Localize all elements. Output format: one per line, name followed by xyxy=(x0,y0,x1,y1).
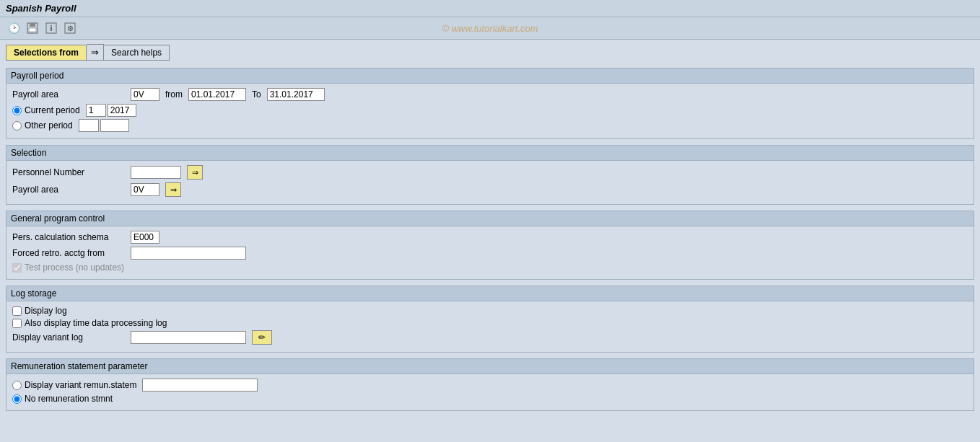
svg-text:i: i xyxy=(51,25,53,32)
personnel-number-row: Personnel Number ⇒ xyxy=(12,165,968,180)
test-process-checkbox[interactable] xyxy=(12,263,22,273)
remuneration-body: Display variant remun.statem No remunera… xyxy=(6,374,974,410)
forced-retro-label: Forced retro. acctg from xyxy=(12,248,128,258)
display-variant-remun-label: Display variant remun.statem xyxy=(25,380,136,390)
selection-body: Personnel Number ⇒ Payroll area ⇒ xyxy=(6,161,974,204)
calc-schema-row: Pers. calculation schema xyxy=(12,231,968,244)
payroll-period-section: Payroll period Payroll area from To Curr… xyxy=(6,68,974,139)
save-icon[interactable] xyxy=(25,20,40,36)
log-storage-body: Display log Also display time data proce… xyxy=(6,301,974,352)
test-process-row: Test process (no updates) xyxy=(12,262,968,273)
display-variant-remun-radio[interactable] xyxy=(12,381,22,390)
current-period-radio[interactable] xyxy=(12,106,22,115)
from-date-input[interactable] xyxy=(188,88,246,101)
clock-icon[interactable]: 🕑 xyxy=(6,20,22,36)
selection-payroll-area-row: Payroll area ⇒ xyxy=(12,182,968,197)
current-period-year-input[interactable] xyxy=(108,104,136,117)
display-variant-remun-input[interactable] xyxy=(142,379,258,392)
current-period-inputs xyxy=(86,104,136,117)
remuneration-section: Remuneration statement parameter Display… xyxy=(6,358,974,411)
main-content: Payroll period Payroll area from To Curr… xyxy=(0,65,980,420)
payroll-area-row: Payroll area from To xyxy=(12,88,968,101)
calc-schema-label: Pers. calculation schema xyxy=(12,232,128,242)
payroll-period-body: Payroll area from To Current period Othe… xyxy=(6,84,974,138)
also-display-row: Also display time data processing log xyxy=(12,318,968,328)
display-log-row: Display log xyxy=(12,306,968,316)
personnel-number-select-btn[interactable]: ⇒ xyxy=(187,165,203,180)
to-date-input[interactable] xyxy=(267,88,325,101)
personnel-number-label: Personnel Number xyxy=(12,167,128,177)
forced-retro-row: Forced retro. acctg from xyxy=(12,247,968,260)
other-period-radio[interactable] xyxy=(12,121,22,131)
title-bar: Spanish Payroll xyxy=(0,0,980,17)
selections-arrow-button[interactable]: ⇒ xyxy=(87,44,104,61)
selection-payroll-area-input[interactable] xyxy=(131,183,159,196)
payroll-area-input[interactable] xyxy=(131,88,159,101)
to-label: To xyxy=(252,89,261,100)
forced-retro-input[interactable] xyxy=(131,247,246,260)
info-icon[interactable]: i xyxy=(43,20,59,36)
svg-rect-1 xyxy=(30,23,35,27)
display-variant-label: Display variant log xyxy=(12,332,128,342)
general-program-control-body: Pers. calculation schema Forced retro. a… xyxy=(6,226,974,279)
display-variant-row: Display variant log ✏ xyxy=(12,330,968,345)
no-remuneration-row: No remuneration stmnt xyxy=(12,394,968,404)
display-variant-remun-row: Display variant remun.statem xyxy=(12,379,968,392)
svg-text:⚙: ⚙ xyxy=(67,25,74,32)
config-icon[interactable]: ⚙ xyxy=(62,20,78,36)
svg-rect-2 xyxy=(29,28,36,32)
other-period-year-input[interactable] xyxy=(100,119,129,132)
calc-schema-input[interactable] xyxy=(131,231,159,244)
search-helps-button[interactable]: Search helps xyxy=(104,45,170,61)
toolbar: 🕑 i ⚙ © www.tutorialkart.com xyxy=(0,17,980,40)
selection-section: Selection Personnel Number ⇒ Payroll are… xyxy=(6,145,974,205)
from-label: from xyxy=(165,89,183,100)
display-variant-pencil-btn[interactable]: ✏ xyxy=(252,330,272,345)
no-remuneration-label: No remuneration stmnt xyxy=(25,394,113,404)
app-title: Spanish Payroll xyxy=(6,3,76,14)
other-period-row: Other period xyxy=(12,119,968,132)
other-period-inputs xyxy=(79,119,129,132)
no-remuneration-radio[interactable] xyxy=(12,394,22,404)
log-storage-header: Log storage xyxy=(6,286,974,301)
selection-payroll-area-label: Payroll area xyxy=(12,185,128,195)
other-period-num-input[interactable] xyxy=(79,119,99,132)
watermark: © www.tutorialkart.com xyxy=(442,23,538,34)
payroll-period-header: Payroll period xyxy=(6,68,974,84)
general-program-control-section: General program control Pers. calculatio… xyxy=(6,211,974,280)
test-process-label: Test process (no updates) xyxy=(25,262,124,273)
personnel-number-input[interactable] xyxy=(131,166,181,179)
also-display-label: Also display time data processing log xyxy=(25,318,167,328)
also-display-checkbox[interactable] xyxy=(12,319,22,328)
other-period-label: Other period xyxy=(25,120,73,131)
payroll-area-label: Payroll area xyxy=(12,89,128,100)
action-bar: Selections from ⇒ Search helps xyxy=(0,40,980,65)
current-period-label: Current period xyxy=(25,105,80,115)
log-storage-section: Log storage Display log Also display tim… xyxy=(6,286,974,353)
display-variant-input[interactable] xyxy=(131,331,246,344)
display-log-checkbox[interactable] xyxy=(12,306,22,316)
general-program-control-header: General program control xyxy=(6,211,974,226)
remuneration-header: Remuneration statement parameter xyxy=(6,359,974,374)
current-period-num-input[interactable] xyxy=(86,104,106,117)
display-log-label: Display log xyxy=(25,306,67,316)
selection-payroll-area-select-btn[interactable]: ⇒ xyxy=(165,182,181,197)
selection-header: Selection xyxy=(6,146,974,161)
current-period-row: Current period xyxy=(12,104,968,117)
selections-from-button[interactable]: Selections from xyxy=(6,45,87,61)
